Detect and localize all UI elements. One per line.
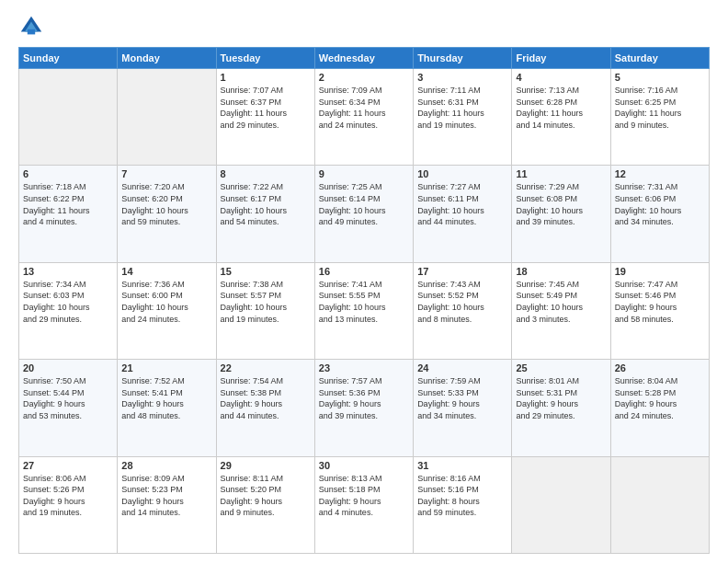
calendar-cell: 6Sunrise: 7:18 AM Sunset: 6:22 PM Daylig… <box>19 166 118 262</box>
day-info: Sunrise: 7:34 AM Sunset: 6:03 PM Dayligh… <box>23 279 113 325</box>
day-info: Sunrise: 8:04 AM Sunset: 5:28 PM Dayligh… <box>615 375 705 421</box>
calendar-cell: 1Sunrise: 7:07 AM Sunset: 6:37 PM Daylig… <box>216 69 314 166</box>
calendar-cell <box>19 69 118 166</box>
calendar-week-5: 27Sunrise: 8:06 AM Sunset: 5:26 PM Dayli… <box>19 456 710 553</box>
day-info: Sunrise: 7:16 AM Sunset: 6:25 PM Dayligh… <box>615 85 705 131</box>
day-number: 13 <box>23 266 113 277</box>
calendar-cell: 21Sunrise: 7:52 AM Sunset: 5:41 PM Dayli… <box>118 360 216 456</box>
calendar-cell <box>610 456 709 553</box>
day-number: 12 <box>615 168 705 179</box>
calendar-cell: 22Sunrise: 7:54 AM Sunset: 5:38 PM Dayli… <box>216 360 314 456</box>
calendar-cell: 12Sunrise: 7:31 AM Sunset: 6:06 PM Dayli… <box>610 166 709 262</box>
day-info: Sunrise: 8:16 AM Sunset: 5:16 PM Dayligh… <box>417 473 507 519</box>
calendar-cell: 16Sunrise: 7:41 AM Sunset: 5:55 PM Dayli… <box>314 262 413 359</box>
day-info: Sunrise: 7:47 AM Sunset: 5:46 PM Dayligh… <box>615 279 705 325</box>
calendar-cell: 26Sunrise: 8:04 AM Sunset: 5:28 PM Dayli… <box>610 360 709 456</box>
day-number: 19 <box>615 266 705 277</box>
day-info: Sunrise: 7:09 AM Sunset: 6:34 PM Dayligh… <box>319 85 409 131</box>
day-number: 14 <box>121 266 211 277</box>
calendar-cell: 17Sunrise: 7:43 AM Sunset: 5:52 PM Dayli… <box>414 262 512 359</box>
day-number: 21 <box>121 362 211 373</box>
day-info: Sunrise: 7:59 AM Sunset: 5:33 PM Dayligh… <box>417 375 507 421</box>
calendar-cell: 30Sunrise: 8:13 AM Sunset: 5:18 PM Dayli… <box>314 456 413 553</box>
calendar-header-tuesday: Tuesday <box>216 48 314 69</box>
day-info: Sunrise: 7:31 AM Sunset: 6:06 PM Dayligh… <box>615 181 705 227</box>
calendar-header-thursday: Thursday <box>414 48 512 69</box>
calendar-cell: 13Sunrise: 7:34 AM Sunset: 6:03 PM Dayli… <box>19 262 118 359</box>
calendar-cell: 25Sunrise: 8:01 AM Sunset: 5:31 PM Dayli… <box>512 360 610 456</box>
day-info: Sunrise: 7:36 AM Sunset: 6:00 PM Dayligh… <box>121 279 211 325</box>
day-info: Sunrise: 7:45 AM Sunset: 5:49 PM Dayligh… <box>516 279 606 325</box>
day-number: 31 <box>417 460 507 471</box>
day-number: 3 <box>417 72 507 83</box>
day-info: Sunrise: 7:07 AM Sunset: 6:37 PM Dayligh… <box>221 85 311 131</box>
day-info: Sunrise: 7:50 AM Sunset: 5:44 PM Dayligh… <box>23 375 113 421</box>
day-info: Sunrise: 7:52 AM Sunset: 5:41 PM Dayligh… <box>121 375 211 421</box>
calendar-cell: 3Sunrise: 7:11 AM Sunset: 6:31 PM Daylig… <box>414 69 512 166</box>
calendar-cell: 15Sunrise: 7:38 AM Sunset: 5:57 PM Dayli… <box>216 262 314 359</box>
calendar-cell: 9Sunrise: 7:25 AM Sunset: 6:14 PM Daylig… <box>314 166 413 262</box>
calendar-week-2: 6Sunrise: 7:18 AM Sunset: 6:22 PM Daylig… <box>19 166 710 262</box>
day-number: 22 <box>221 362 311 373</box>
calendar-cell: 4Sunrise: 7:13 AM Sunset: 6:28 PM Daylig… <box>512 69 610 166</box>
day-info: Sunrise: 7:57 AM Sunset: 5:36 PM Dayligh… <box>319 375 409 421</box>
day-number: 9 <box>319 168 409 179</box>
day-number: 4 <box>516 72 606 83</box>
day-number: 1 <box>221 72 311 83</box>
calendar-cell: 18Sunrise: 7:45 AM Sunset: 5:49 PM Dayli… <box>512 262 610 359</box>
page: SundayMondayTuesdayWednesdayThursdayFrid… <box>0 0 728 563</box>
calendar-cell: 28Sunrise: 8:09 AM Sunset: 5:23 PM Dayli… <box>118 456 216 553</box>
day-number: 5 <box>615 72 705 83</box>
day-number: 6 <box>23 168 113 179</box>
logo <box>18 14 48 40</box>
calendar-header-sunday: Sunday <box>19 48 118 69</box>
day-info: Sunrise: 7:43 AM Sunset: 5:52 PM Dayligh… <box>417 279 507 325</box>
day-number: 10 <box>417 168 507 179</box>
calendar-week-1: 1Sunrise: 7:07 AM Sunset: 6:37 PM Daylig… <box>19 69 710 166</box>
day-info: Sunrise: 8:13 AM Sunset: 5:18 PM Dayligh… <box>319 473 409 519</box>
day-info: Sunrise: 7:41 AM Sunset: 5:55 PM Dayligh… <box>319 279 409 325</box>
day-info: Sunrise: 7:18 AM Sunset: 6:22 PM Dayligh… <box>23 181 113 227</box>
day-number: 2 <box>319 72 409 83</box>
day-info: Sunrise: 8:06 AM Sunset: 5:26 PM Dayligh… <box>23 473 113 519</box>
day-info: Sunrise: 7:13 AM Sunset: 6:28 PM Dayligh… <box>516 85 606 131</box>
day-info: Sunrise: 7:11 AM Sunset: 6:31 PM Dayligh… <box>417 85 507 131</box>
svg-rect-2 <box>28 29 35 35</box>
day-number: 16 <box>319 266 409 277</box>
day-number: 8 <box>221 168 311 179</box>
day-number: 17 <box>417 266 507 277</box>
day-number: 7 <box>121 168 211 179</box>
calendar-cell: 11Sunrise: 7:29 AM Sunset: 6:08 PM Dayli… <box>512 166 610 262</box>
calendar-header-row: SundayMondayTuesdayWednesdayThursdayFrid… <box>19 48 710 69</box>
calendar-header-wednesday: Wednesday <box>314 48 413 69</box>
day-info: Sunrise: 7:25 AM Sunset: 6:14 PM Dayligh… <box>319 181 409 227</box>
day-number: 18 <box>516 266 606 277</box>
calendar: SundayMondayTuesdayWednesdayThursdayFrid… <box>18 47 710 554</box>
day-number: 24 <box>417 362 507 373</box>
calendar-cell: 14Sunrise: 7:36 AM Sunset: 6:00 PM Dayli… <box>118 262 216 359</box>
calendar-cell: 27Sunrise: 8:06 AM Sunset: 5:26 PM Dayli… <box>19 456 118 553</box>
header <box>18 14 710 40</box>
day-number: 15 <box>221 266 311 277</box>
day-info: Sunrise: 8:01 AM Sunset: 5:31 PM Dayligh… <box>516 375 606 421</box>
calendar-cell <box>512 456 610 553</box>
day-number: 25 <box>516 362 606 373</box>
day-info: Sunrise: 7:54 AM Sunset: 5:38 PM Dayligh… <box>221 375 311 421</box>
logo-icon <box>18 14 44 40</box>
calendar-cell: 23Sunrise: 7:57 AM Sunset: 5:36 PM Dayli… <box>314 360 413 456</box>
calendar-cell: 10Sunrise: 7:27 AM Sunset: 6:11 PM Dayli… <box>414 166 512 262</box>
calendar-week-3: 13Sunrise: 7:34 AM Sunset: 6:03 PM Dayli… <box>19 262 710 359</box>
day-number: 20 <box>23 362 113 373</box>
day-info: Sunrise: 7:20 AM Sunset: 6:20 PM Dayligh… <box>121 181 211 227</box>
day-number: 23 <box>319 362 409 373</box>
day-number: 30 <box>319 460 409 471</box>
calendar-cell: 8Sunrise: 7:22 AM Sunset: 6:17 PM Daylig… <box>216 166 314 262</box>
day-info: Sunrise: 8:11 AM Sunset: 5:20 PM Dayligh… <box>221 473 311 519</box>
calendar-cell: 24Sunrise: 7:59 AM Sunset: 5:33 PM Dayli… <box>414 360 512 456</box>
calendar-cell: 20Sunrise: 7:50 AM Sunset: 5:44 PM Dayli… <box>19 360 118 456</box>
day-number: 26 <box>615 362 705 373</box>
day-number: 28 <box>121 460 211 471</box>
day-info: Sunrise: 7:22 AM Sunset: 6:17 PM Dayligh… <box>221 181 311 227</box>
calendar-header-monday: Monday <box>118 48 216 69</box>
calendar-cell: 2Sunrise: 7:09 AM Sunset: 6:34 PM Daylig… <box>314 69 413 166</box>
